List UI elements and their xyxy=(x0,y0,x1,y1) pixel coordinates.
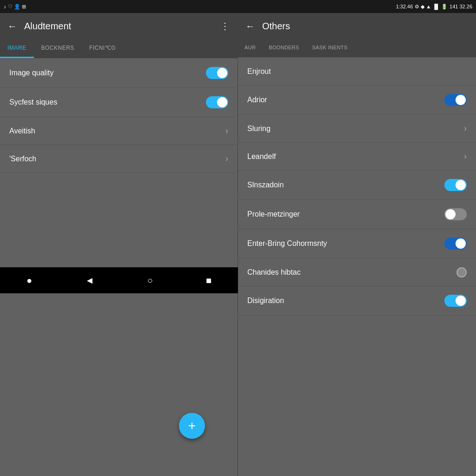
tab-ficnite[interactable]: FICNI℃G xyxy=(82,39,123,58)
chevron-aveitish: › xyxy=(225,126,228,136)
toggle-thumb xyxy=(456,95,466,105)
left-tab-bar: IMARE BOCKNERS FICNI℃G xyxy=(0,39,238,59)
nav-dot: ● xyxy=(26,275,32,286)
toggle-thumb xyxy=(456,238,466,249)
setting-slnszadoin: Slnszadoin xyxy=(238,171,476,200)
tab-aur[interactable]: AUR xyxy=(238,39,262,57)
tab-imare[interactable]: IMARE xyxy=(0,39,34,58)
main-area: ← Aludtement ⋮ IMARE BOCKNERS FICNI℃G Im… xyxy=(0,13,476,476)
status-icons-left: ♪ ♡ 👤 ⊞ xyxy=(4,4,26,10)
tab-bockners[interactable]: BOCKNERS xyxy=(34,39,82,58)
left-bottom-area: + ● ◄ ○ ■ xyxy=(0,267,238,476)
right-panel: ← Others AUR BOONDERS SASK INENTS Enjrou… xyxy=(238,13,476,476)
setting-enjrout: Enjrout xyxy=(238,58,476,86)
setting-enter-bring-cohormsnty: Enter-Bring Cohormsnty xyxy=(238,229,476,258)
status-bar-right: 1:32.46 ⚙ ◆ ▲ ▐▌ 🔋 141 32.26 xyxy=(396,4,472,10)
right-settings-list: Enjrout Adrior Sluring › Leandelf xyxy=(238,58,476,476)
left-app-header: ← Aludtement ⋮ xyxy=(0,13,238,39)
nav-bar: ● ◄ ○ ■ xyxy=(0,267,238,293)
left-panel-title: Aludtement xyxy=(24,21,220,32)
left-settings-list: Image quality Sycfest siques Aveitish xyxy=(0,59,238,267)
toggle-thumb xyxy=(456,180,466,190)
status-icons-center: ⚙ ◆ ▲ ▐▌ 🔋 xyxy=(415,4,448,10)
toggle-sycfest[interactable] xyxy=(206,96,228,108)
radio-chanides[interactable] xyxy=(456,267,467,278)
chevron-leandelf: › xyxy=(464,152,467,161)
toggle-image-quality[interactable] xyxy=(206,67,228,79)
chevron-serfoch: › xyxy=(225,154,228,164)
setting-sluring[interactable]: Sluring › xyxy=(238,115,476,143)
toggle-thumb xyxy=(445,209,456,219)
setting-leandelf[interactable]: Leandelf › xyxy=(238,143,476,171)
left-panel: ← Aludtement ⋮ IMARE BOCKNERS FICNI℃G Im… xyxy=(0,13,238,476)
status-time-right: 141 32.26 xyxy=(450,4,472,9)
toggle-enter-bring[interactable] xyxy=(444,238,467,250)
status-bar-left: ♪ ♡ 👤 ⊞ xyxy=(4,4,26,10)
toggle-adrior[interactable] xyxy=(444,94,467,106)
tab-sask-inents[interactable]: SASK INENTS xyxy=(305,39,354,57)
setting-sycfest-siques: Sycfest siques xyxy=(0,88,238,117)
status-time-left: 1:32.46 xyxy=(396,4,413,9)
tab-boonders[interactable]: BOONDERS xyxy=(262,39,305,57)
nav-square[interactable]: ■ xyxy=(206,275,212,286)
chevron-sluring: › xyxy=(464,124,467,133)
toggle-disigiration[interactable] xyxy=(444,295,467,307)
setting-disigiration: Disigiration xyxy=(238,286,476,316)
left-menu-button[interactable]: ⋮ xyxy=(220,20,230,32)
setting-serfoch[interactable]: 'Serfoch › xyxy=(0,145,238,173)
right-tab-bar: AUR BOONDERS SASK INENTS xyxy=(238,39,476,58)
fab-button[interactable]: + xyxy=(179,413,205,439)
setting-aveitish[interactable]: Aveitish › xyxy=(0,117,238,145)
left-back-button[interactable]: ← xyxy=(7,21,17,32)
right-app-header: ← Others xyxy=(238,13,476,39)
nav-home[interactable]: ○ xyxy=(147,275,153,286)
toggle-slnszadoin[interactable] xyxy=(444,179,467,191)
status-bar: ♪ ♡ 👤 ⊞ 1:32.46 ⚙ ◆ ▲ ▐▌ 🔋 141 32.26 xyxy=(0,0,476,13)
setting-prole-metzinger: Prole-metzinger xyxy=(238,200,476,229)
setting-adrior: Adrior xyxy=(238,86,476,115)
right-panel-title: Others xyxy=(262,21,290,32)
setting-image-quality: Image quality xyxy=(0,59,238,88)
nav-back[interactable]: ◄ xyxy=(85,275,94,286)
right-back-button[interactable]: ← xyxy=(245,21,255,32)
toggle-thumb xyxy=(217,97,227,107)
setting-chanides-hibtac: Chanides hibtac xyxy=(238,258,476,286)
toggle-thumb xyxy=(456,296,466,306)
toggle-thumb xyxy=(217,68,227,78)
toggle-prole-metzinger[interactable] xyxy=(444,208,467,220)
